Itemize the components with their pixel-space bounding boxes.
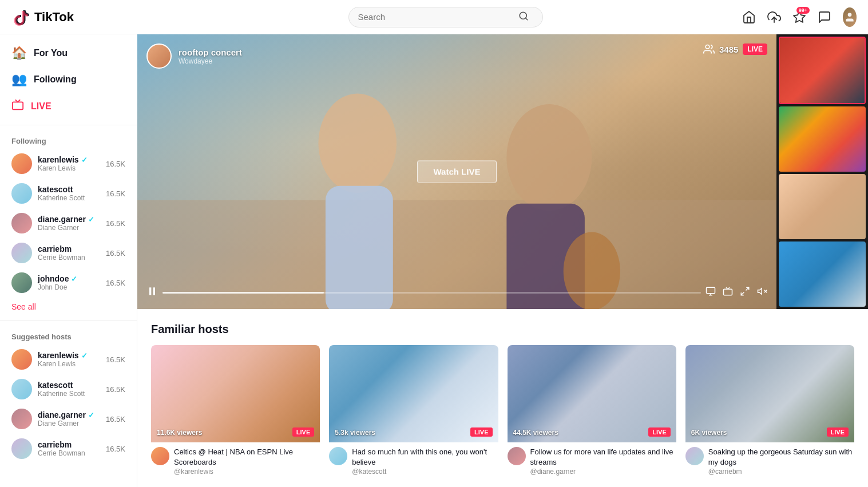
user-count-johndoe: 16.5K <box>106 279 125 287</box>
search-input[interactable] <box>358 12 518 22</box>
user-avatar-header[interactable] <box>843 7 857 27</box>
user-name-karenlewis-s: karenlewis✓ <box>38 351 100 360</box>
svg-marker-22 <box>758 288 762 295</box>
see-all-link[interactable]: See all <box>0 298 137 316</box>
pause-button[interactable] <box>146 286 158 300</box>
user-name-katescott: katescott <box>38 185 100 194</box>
suggested-users-list: karenlewis✓ Karen Lewis 16.5K katescott … <box>0 345 137 464</box>
nav-for-you[interactable]: 🏠 For You <box>0 40 137 66</box>
user-avatar-karenlewis <box>11 153 32 174</box>
home-nav-icon: 🏠 <box>11 46 27 61</box>
user-item-karenlewis[interactable]: karenlewis✓ Karen Lewis 16.5K <box>0 149 137 179</box>
host-card-2[interactable]: 5.3k viewers LIVE Had so much fun with t… <box>329 345 498 478</box>
host-title-2: Had so much fun with this one, you won't… <box>352 447 498 468</box>
host-viewers-2: 5.3k viewers <box>335 429 375 437</box>
thumbnail-3[interactable] <box>779 174 866 239</box>
main-layout: 🏠 For You 👥 Following LIVE Following kar… <box>0 34 868 487</box>
host-avatar-sm-3 <box>508 447 526 465</box>
thumbnail-1[interactable] <box>779 37 866 104</box>
search-box <box>348 7 543 27</box>
pause-icon <box>146 286 158 297</box>
header-icons: 99+ <box>742 7 857 27</box>
user-display-karenlewis-s: Karen Lewis <box>38 360 100 368</box>
user-item-diane.garner-s[interactable]: diane.garner✓ Diane Garner 16.5K <box>0 404 137 434</box>
sidebar: 🏠 For You 👥 Following LIVE Following kar… <box>0 34 137 487</box>
verified-icon: ✓ <box>71 275 77 283</box>
app-name: TikTok <box>34 10 74 25</box>
host-thumb-3: 44.5K viewers LIVE <box>508 345 676 442</box>
thumbnail-2-bg <box>779 106 866 172</box>
live-host-avatar[interactable] <box>146 43 172 69</box>
user-info-katescott-s: katescott Katherine Scott <box>38 381 100 398</box>
following-section-label: Following <box>0 130 137 149</box>
familiar-hosts-title: Familiar hosts <box>151 323 854 336</box>
host-card-4[interactable]: 6K viewers LIVE Soaking up the gorgeous … <box>685 345 854 478</box>
host-info-4: Soaking up the gorgeous Saturday sun wit… <box>685 442 854 478</box>
user-info-diane.garner: diane.garner✓ Diane Garner <box>38 215 100 232</box>
following-users-list: karenlewis✓ Karen Lewis 16.5K katescott … <box>0 149 137 298</box>
user-display-katescott: Katherine Scott <box>38 194 100 202</box>
screen-icon[interactable] <box>706 286 716 299</box>
thumbnail-4[interactable] <box>779 241 866 307</box>
control-icons <box>706 286 767 299</box>
verified-icon: ✓ <box>88 411 94 419</box>
user-info-katescott: katescott Katherine Scott <box>38 185 100 202</box>
user-name-carriebm-s: carriebm <box>38 440 100 449</box>
user-item-katescott[interactable]: katescott Katherine Scott 16.5K <box>0 179 137 208</box>
user-count-carriebm-s: 16.5K <box>106 445 125 453</box>
svg-rect-16 <box>707 287 715 294</box>
nav-live[interactable]: LIVE <box>0 93 137 120</box>
upload-icon[interactable] <box>767 9 781 25</box>
user-avatar-carriebm <box>11 243 32 263</box>
user-info-carriebm-s: carriebm Cerrie Bowman <box>38 440 100 457</box>
live-main-video[interactable]: rooftop concert Wowdayee 3485 LIVE Watch… <box>137 34 776 309</box>
verified-icon: ✓ <box>88 215 94 224</box>
thumbnail-1-bg <box>780 38 865 103</box>
nav-following-label: Following <box>34 74 77 85</box>
content-area: rooftop concert Wowdayee 3485 LIVE Watch… <box>137 34 868 487</box>
host-username-3: @diane.garner <box>530 468 676 476</box>
user-avatar-katescott-s <box>11 379 32 399</box>
user-name-diane.garner-s: diane.garner✓ <box>38 410 100 419</box>
live-host-info: rooftop concert Wowdayee <box>179 47 242 65</box>
nav-for-you-label: For You <box>34 48 68 58</box>
host-text-2: Had so much fun with this one, you won't… <box>352 447 498 476</box>
host-card-3[interactable]: 44.5K viewers LIVE Follow us for more va… <box>508 345 676 478</box>
progress-bar[interactable] <box>162 292 701 294</box>
sidebar-divider-2 <box>0 320 137 321</box>
verified-icon: ✓ <box>81 351 88 360</box>
host-title-1: Celtics @ Heat | NBA on ESPN Live Scoreb… <box>174 447 320 468</box>
user-info-johndoe: johndoe✓ John Doe <box>38 274 100 291</box>
user-item-carriebm-s[interactable]: carriebm Cerrie Bowman 16.5K <box>0 434 137 464</box>
host-avatar-sm-1 <box>151 447 169 465</box>
svg-rect-5 <box>13 102 23 109</box>
live-nav-icon <box>11 98 24 114</box>
cast-icon[interactable] <box>723 286 733 299</box>
user-info-karenlewis-s: karenlewis✓ Karen Lewis <box>38 351 100 368</box>
volume-icon[interactable] <box>757 286 767 299</box>
user-item-carriebm[interactable]: carriebm Cerrie Bowman 16.5K <box>0 238 137 268</box>
live-viewers-area: 3485 LIVE <box>703 43 767 55</box>
watch-live-button[interactable]: Watch LIVE <box>417 161 497 183</box>
user-item-diane.garner[interactable]: diane.garner✓ Diane Garner 16.5K <box>0 208 137 238</box>
search-button[interactable] <box>518 11 529 23</box>
host-viewers-1: 11.6K viewers <box>157 429 202 437</box>
user-display-katescott-s: Katherine Scott <box>38 390 100 398</box>
host-info-1: Celtics @ Heat | NBA on ESPN Live Scoreb… <box>151 442 320 478</box>
notification-badge: 99+ <box>796 7 810 14</box>
home-icon[interactable] <box>742 9 756 25</box>
fullscreen-icon[interactable] <box>740 286 750 299</box>
user-item-katescott-s[interactable]: katescott Katherine Scott 16.5K <box>0 374 137 404</box>
notification-icon[interactable]: 99+ <box>792 9 806 25</box>
messages-icon[interactable] <box>818 9 831 25</box>
search-area <box>149 7 742 27</box>
user-count-karenlewis: 16.5K <box>106 160 125 168</box>
nav-following[interactable]: 👥 Following <box>0 66 137 93</box>
host-title-3: Follow us for more van life updates and … <box>530 447 676 468</box>
host-card-1[interactable]: 11.6K viewers LIVE Celtics @ Heat | NBA … <box>151 345 320 478</box>
thumbnail-2[interactable] <box>779 106 866 172</box>
user-item-karenlewis-s[interactable]: karenlewis✓ Karen Lewis 16.5K <box>0 345 137 374</box>
hosts-grid: 11.6K viewers LIVE Celtics @ Heat | NBA … <box>151 345 854 478</box>
logo-area: TikTok <box>11 8 149 26</box>
user-item-johndoe[interactable]: johndoe✓ John Doe 16.5K <box>0 268 137 298</box>
